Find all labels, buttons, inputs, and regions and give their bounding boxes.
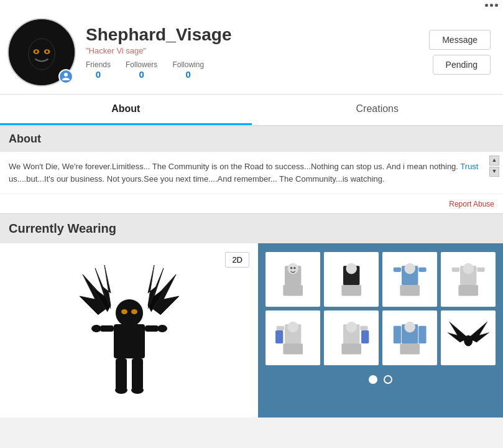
svg-rect-32 bbox=[283, 285, 303, 296]
bio-text-after: us....but...It's our business. Not yours… bbox=[9, 174, 385, 184]
avatar-wrap bbox=[7, 18, 76, 86]
items-grid bbox=[265, 252, 496, 365]
item-thumb-5[interactable] bbox=[265, 310, 320, 365]
profile-info: Shephard_Visage "Hacker Vi sage" Friends… bbox=[76, 25, 429, 80]
avatar-badge bbox=[58, 69, 73, 84]
followers-stat[interactable]: Followers 0 bbox=[126, 60, 157, 80]
svg-point-22 bbox=[91, 325, 101, 332]
followers-count: 0 bbox=[126, 69, 157, 80]
svg-rect-59 bbox=[394, 326, 401, 343]
wearing-preview: 2D bbox=[0, 243, 258, 418]
followers-label: Followers bbox=[126, 60, 157, 69]
svg-point-34 bbox=[346, 263, 357, 274]
svg-point-27 bbox=[131, 386, 144, 394]
svg-rect-53 bbox=[360, 326, 367, 330]
svg-rect-21 bbox=[145, 325, 159, 332]
about-section-header: About bbox=[0, 126, 503, 152]
svg-rect-20 bbox=[100, 325, 114, 332]
wearing-items-panel bbox=[258, 243, 503, 418]
avatar-3d-image bbox=[76, 262, 182, 405]
svg-point-17 bbox=[116, 299, 143, 327]
svg-rect-43 bbox=[458, 285, 478, 296]
carousel-dot-2[interactable] bbox=[384, 375, 392, 384]
profile-actions: Message Pending bbox=[429, 30, 491, 75]
svg-rect-24 bbox=[116, 358, 127, 390]
following-count: 0 bbox=[172, 69, 204, 80]
svg-point-14 bbox=[46, 50, 48, 53]
bio-trust-link[interactable]: Trust bbox=[460, 162, 478, 171]
carousel-dot-1[interactable] bbox=[369, 375, 377, 384]
item-thumb-3[interactable] bbox=[382, 252, 437, 307]
svg-rect-48 bbox=[277, 326, 284, 330]
carousel-dots bbox=[265, 375, 496, 384]
svg-rect-45 bbox=[477, 268, 484, 272]
report-abuse-button[interactable]: Report Abuse bbox=[449, 200, 494, 208]
top-dots-bar bbox=[0, 0, 503, 11]
stats-row: Friends 0 Followers 0 Following 0 bbox=[86, 60, 429, 80]
friends-label: Friends bbox=[86, 60, 111, 69]
svg-point-47 bbox=[287, 322, 298, 333]
svg-rect-58 bbox=[400, 343, 420, 355]
svg-point-19 bbox=[131, 309, 137, 314]
scroll-down-btn[interactable]: ▼ bbox=[489, 167, 499, 177]
profile-tagline: "Hacker Vi sage" bbox=[86, 46, 429, 55]
svg-rect-50 bbox=[283, 343, 303, 355]
bio-area: We Won't Die, We're forever.Limitless...… bbox=[0, 152, 503, 194]
scroll-up-btn[interactable]: ▲ bbox=[489, 156, 499, 166]
svg-point-26 bbox=[115, 386, 127, 394]
svg-rect-44 bbox=[452, 268, 459, 272]
svg-rect-35 bbox=[341, 285, 361, 296]
item-thumb-4[interactable] bbox=[441, 252, 496, 307]
svg-rect-25 bbox=[132, 358, 143, 390]
following-label: Following bbox=[172, 60, 204, 69]
svg-point-42 bbox=[463, 263, 474, 274]
svg-point-18 bbox=[121, 309, 127, 314]
svg-point-15 bbox=[64, 73, 68, 77]
tab-creations[interactable]: Creations bbox=[252, 95, 504, 125]
svg-rect-55 bbox=[341, 343, 361, 355]
svg-rect-16 bbox=[114, 324, 145, 358]
bio-scrollbar: ▲ ▼ bbox=[489, 156, 499, 177]
item-thumb-7[interactable] bbox=[382, 310, 437, 365]
svg-point-61 bbox=[464, 335, 473, 347]
svg-rect-60 bbox=[418, 326, 426, 343]
wearing-body: 2D bbox=[0, 243, 503, 418]
friends-stat[interactable]: Friends 0 bbox=[86, 60, 111, 80]
view-2d-button[interactable]: 2D bbox=[225, 252, 249, 268]
svg-rect-38 bbox=[400, 285, 420, 296]
svg-point-13 bbox=[35, 50, 37, 53]
item-thumb-2[interactable] bbox=[324, 252, 379, 307]
item-thumb-1[interactable] bbox=[265, 252, 320, 307]
avatar-illustration bbox=[76, 262, 182, 399]
svg-rect-40 bbox=[418, 268, 426, 272]
tabs-bar: About Creations bbox=[0, 95, 503, 126]
profile-header: Shephard_Visage "Hacker Vi sage" Friends… bbox=[0, 11, 503, 95]
friends-count: 0 bbox=[86, 69, 111, 80]
message-button[interactable]: Message bbox=[429, 30, 491, 50]
svg-rect-39 bbox=[394, 268, 401, 272]
menu-dot-2 bbox=[490, 4, 493, 7]
item-thumb-6[interactable] bbox=[324, 310, 379, 365]
wearing-section-header: Currently Wearing bbox=[0, 213, 503, 243]
profile-username: Shephard_Visage bbox=[86, 25, 429, 45]
svg-point-23 bbox=[157, 325, 167, 332]
person-icon bbox=[62, 72, 70, 81]
following-stat[interactable]: Following 0 bbox=[172, 60, 204, 80]
svg-rect-54 bbox=[361, 330, 369, 343]
item-thumb-8[interactable] bbox=[441, 310, 496, 365]
report-abuse-row: Report Abuse bbox=[0, 194, 503, 213]
svg-point-52 bbox=[346, 322, 357, 333]
menu-dot-1 bbox=[485, 4, 488, 7]
bio-text-before: We Won't Die, We're forever.Limitless...… bbox=[9, 162, 460, 171]
tab-about[interactable]: About bbox=[0, 95, 252, 125]
svg-point-1 bbox=[29, 39, 55, 70]
svg-point-30 bbox=[290, 267, 293, 269]
svg-rect-49 bbox=[275, 330, 283, 343]
svg-point-31 bbox=[293, 267, 296, 269]
svg-point-57 bbox=[404, 322, 415, 333]
menu-dot-3 bbox=[495, 4, 498, 7]
svg-point-37 bbox=[404, 263, 415, 274]
pending-button[interactable]: Pending bbox=[433, 55, 491, 75]
